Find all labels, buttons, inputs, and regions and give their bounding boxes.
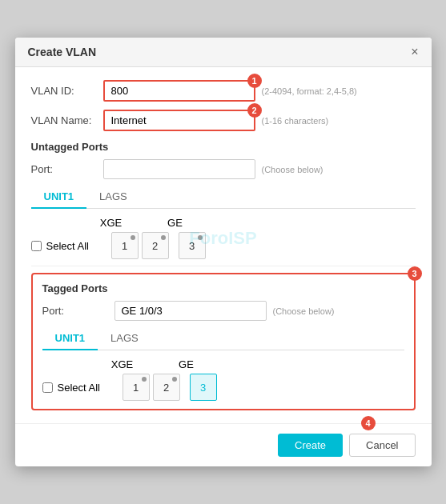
close-button[interactable]: × [411, 46, 418, 58]
untagged-xge-port-1[interactable]: 1 [111, 232, 139, 259]
cancel-button[interactable]: Cancel [349, 434, 415, 457]
badge-1: 1 [247, 74, 262, 88]
untagged-port-grid-row: Select All 1 2 3 [31, 232, 416, 259]
tagged-port-grid-header: XGE GE [90, 358, 404, 370]
create-button[interactable]: Create [278, 434, 343, 457]
untagged-ports-title: Untagged Ports [31, 141, 416, 153]
modal-footer: 4 Create Cancel [15, 423, 432, 466]
badge-2: 2 [247, 103, 262, 118]
tagged-port-row: Port: (Choose below) [42, 301, 404, 321]
tagged-ports-section: Tagged Ports 3 Port: (Choose below) UNIT… [31, 273, 416, 410]
tagged-port-hint: (Choose below) [273, 306, 335, 316]
vlan-id-hint: (2-4094, format: 2,4-5,8) [262, 86, 357, 96]
tagged-select-all-label: Select All [58, 382, 100, 394]
tagged-xge-label: XGE [90, 358, 155, 370]
untagged-select-all-label: Select All [46, 240, 89, 252]
untagged-tab-unit1[interactable]: UNIT1 [31, 186, 87, 209]
tagged-xge-port-2[interactable]: 2 [153, 374, 180, 401]
vlan-name-hint: (1-16 characters) [262, 116, 329, 126]
tagged-tabs: UNIT1 LAGS [42, 327, 404, 350]
vlan-id-label: VLAN ID: [31, 85, 103, 97]
untagged-select-all[interactable]: Select All [31, 240, 111, 252]
untagged-ports-area: XGE GE Select All 1 2 [31, 217, 416, 259]
modal-header: Create VLAN × [15, 38, 432, 67]
tagged-ge-label: GE [155, 358, 219, 370]
vlan-id-input[interactable] [103, 80, 255, 102]
untagged-ge-label: GE [143, 217, 207, 229]
untagged-ge-buttons: 3 [179, 232, 206, 259]
vlan-name-input-wrapper: 2 [103, 110, 255, 131]
untagged-xge-label: XGE [79, 217, 143, 229]
untagged-port-input[interactable] [103, 159, 255, 179]
create-vlan-modal: Create VLAN × VLAN ID: 1 (2-4094, format… [15, 38, 432, 466]
untagged-xge-buttons: 1 2 [111, 232, 169, 259]
vlan-id-row: VLAN ID: 1 (2-4094, format: 2,4-5,8) [31, 80, 416, 102]
untagged-xge-port-2[interactable]: 2 [142, 232, 169, 259]
tagged-port-label: Port: [42, 305, 115, 317]
tagged-port-input[interactable] [115, 301, 267, 321]
modal-body: VLAN ID: 1 (2-4094, format: 2,4-5,8) VLA… [15, 67, 432, 423]
tagged-ports-title: Tagged Ports [42, 282, 404, 294]
vlan-name-row: VLAN Name: 2 (1-16 characters) [31, 110, 416, 131]
tagged-port-grid-row: Select All 1 2 3 [42, 374, 404, 401]
untagged-ge-port-3[interactable]: 3 [179, 232, 206, 259]
tagged-ge-port-3[interactable]: 3 [190, 374, 217, 401]
tagged-ports-area: XGE GE Select All 1 2 [42, 358, 404, 401]
untagged-select-all-checkbox[interactable] [31, 241, 42, 251]
untagged-port-row: Port: (Choose below) [31, 159, 416, 179]
badge-4: 4 [361, 416, 376, 430]
untagged-port-hint: (Choose below) [262, 165, 323, 174]
untagged-port-grid-header: XGE GE [79, 217, 416, 229]
vlan-name-label: VLAN Name: [31, 114, 103, 126]
modal-title: Create VLAN [28, 46, 97, 58]
untagged-port-label: Port: [31, 163, 103, 175]
vlan-id-input-wrapper: 1 [103, 80, 255, 102]
tagged-ge-buttons: 3 [190, 374, 217, 401]
tagged-tab-unit1[interactable]: UNIT1 [42, 327, 98, 350]
tagged-xge-buttons: 1 2 [123, 374, 180, 401]
badge-3: 3 [408, 266, 422, 281]
tagged-select-all[interactable]: Select All [42, 382, 123, 394]
tagged-tab-lags[interactable]: LAGS [98, 327, 151, 350]
vlan-name-input[interactable] [103, 110, 255, 131]
untagged-tab-lags[interactable]: LAGS [86, 186, 140, 209]
tagged-xge-port-1[interactable]: 1 [123, 374, 150, 401]
untagged-tabs: UNIT1 LAGS [31, 186, 416, 209]
tagged-select-all-checkbox[interactable] [42, 382, 53, 393]
